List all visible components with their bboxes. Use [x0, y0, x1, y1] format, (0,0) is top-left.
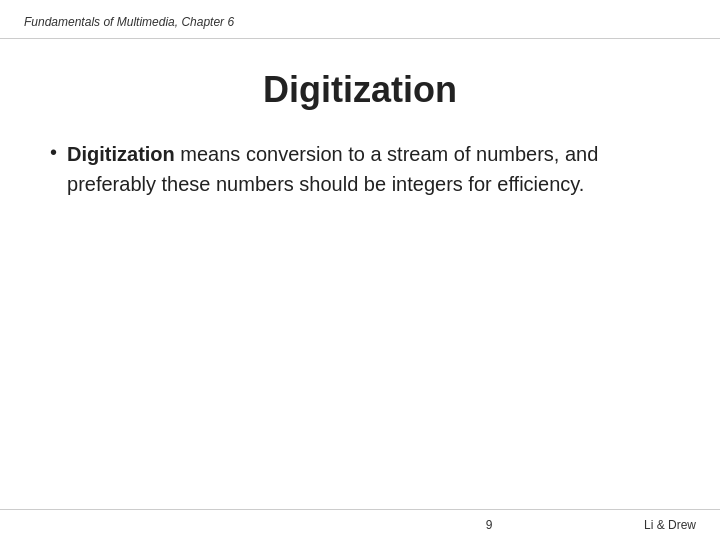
bullet-text: Digitization means conversion to a strea…	[67, 139, 670, 199]
slide-title: Digitization	[50, 69, 670, 111]
bullet-icon: •	[50, 141, 57, 164]
main-content: Digitization • Digitization means conver…	[0, 39, 720, 509]
slide-header: Fundamentals of Multimedia, Chapter 6	[0, 0, 720, 39]
header-title: Fundamentals of Multimedia, Chapter 6	[24, 15, 234, 29]
bullet-section: • Digitization means conversion to a str…	[50, 139, 670, 199]
slide-footer: 9 Li & Drew	[0, 509, 720, 540]
footer-author: Li & Drew	[644, 518, 696, 532]
bullet-bold-word: Digitization	[67, 143, 175, 165]
footer-page-number: 9	[334, 518, 644, 532]
slide-container: Fundamentals of Multimedia, Chapter 6 Di…	[0, 0, 720, 540]
